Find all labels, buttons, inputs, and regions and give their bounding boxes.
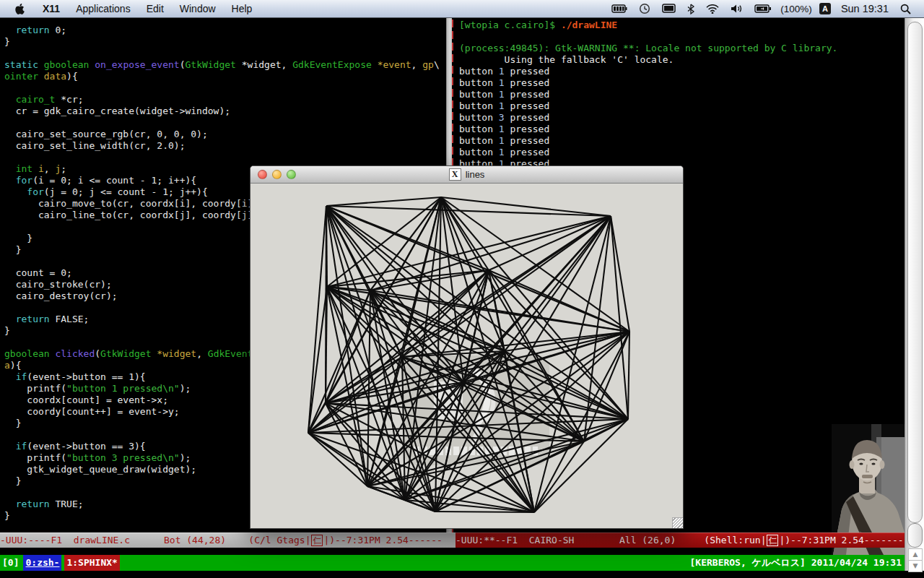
minimize-button[interactable] [272,170,282,179]
screen-status-bar: [0] 0:zsh- 1:SPHINX* [KERBEROS, ケルベロス] 2… [0,555,905,571]
menu-window[interactable]: Window [172,3,224,14]
menu-help[interactable]: Help [224,3,261,14]
text-line: button 1 pressed [459,89,907,100]
menu-items: X11ApplicationsEditWindowHelp [35,3,260,14]
screen-session: [0] [0,555,21,571]
modeline-left-text: -UUU:----F1 drawLINE.c Bot (44,28) (C/l … [0,535,310,545]
display-icon[interactable] [656,4,681,14]
menu-bar: X11ApplicationsEditWindowHelp [0,0,924,18]
modeline-right-text2: |)--7:31PM 2.54------- [779,535,903,545]
modeline-inactive: -UUU:----F1 drawLINE.c Bot (44,28) (C/l … [0,532,456,548]
modeline-left-text2: |)--7:31PM 2.54------ [323,535,442,545]
scrollbar-knob[interactable] [907,523,923,548]
text-line: return 0; [4,25,450,36]
text-line: button 1 pressed [459,147,907,158]
text-line: button 3 pressed [459,112,907,124]
battery-percent: (100%) [777,4,815,14]
desktop: X11ApplicationsEditWindowHelp [0,0,924,578]
text-line: cairo_set_source_rgb(cr, 0, 0, 0); [4,129,450,140]
lines-canvas[interactable] [250,184,683,528]
window-title: lines [466,169,485,180]
input-source-badge[interactable]: A [819,3,831,14]
text-line: ointer data){ [4,71,450,82]
volume-icon[interactable] [725,4,749,14]
menu-applications[interactable]: Applications [68,3,139,14]
text-line: button 1 pressed [459,77,907,89]
scroll-up-button[interactable]: ▲ [908,548,923,561]
time-machine-icon[interactable] [633,3,656,14]
menu-status-area: (100%) A Sun 19:31 [606,3,924,14]
text-line: button 1 pressed [459,135,907,147]
scrollbar[interactable]: ▲ ▼ [905,17,924,571]
modeline-left-mule: 仁 [311,535,323,546]
menu-edit[interactable]: Edit [139,3,172,14]
close-button[interactable] [258,170,267,179]
text-line: Using the fallback 'C' locale. [459,54,907,66]
modeline-right-text: -UUU:**--F1 CAIRO-SH All (26,0) (Shell:r… [456,535,766,545]
scroll-down-button[interactable]: ▼ [908,560,923,572]
text-line: (process:49845): Gtk-WARNING **: Locale … [459,43,907,54]
screen-window-zsh[interactable]: 0:zsh- [23,555,61,571]
spotlight-icon[interactable] [894,4,917,14]
screen-window-sphinx[interactable]: 1:SPHINX* [64,555,119,571]
lines-titlebar[interactable]: X lines [250,166,683,184]
modeline-active: -UUU:**--F1 CAIRO-SH All (26,0) (Shell:r… [456,532,905,548]
screen-hostname-clock: [KERBEROS, ケルベロス] 2011/04/24 19:31 [690,555,905,571]
text-line: static gboolean on_expose_event(GtkWidge… [4,59,450,71]
window-controls [258,170,296,179]
lines-drawing [250,184,683,528]
text-line: cairo_t *cr; [4,94,450,105]
text-line: button 1 pressed [459,66,907,77]
keyboard-battery-icon[interactable] [606,4,633,13]
lines-window[interactable]: X lines [250,165,684,529]
zoom-button[interactable] [287,170,296,179]
text-line [459,31,907,43]
text-line: cr = gdk_cairo_create(widget->window); [4,105,450,117]
text-line [4,82,450,94]
bluetooth-icon[interactable] [681,4,700,14]
text-line [4,152,450,163]
apple-menu-icon[interactable] [10,3,35,14]
text-line: [wtopia c.cairo]$ ./drawLINE [459,20,907,31]
menu-left: X11ApplicationsEditWindowHelp [0,3,260,14]
wifi-icon[interactable] [700,4,725,14]
scrollbar-thumb[interactable] [907,22,923,523]
text-line [4,48,450,59]
menu-x11[interactable]: X11 [35,3,68,14]
text-line: button 1 pressed [459,100,907,112]
battery-charging-icon[interactable] [749,4,777,13]
menu-clock[interactable]: Sun 19:31 [835,3,894,14]
text-line: cairo_set_line_width(cr, 2.0); [4,140,450,152]
modeline-right-mule: 仁 [767,535,778,546]
text-line [4,117,450,129]
resize-grip[interactable] [672,517,683,528]
x11-app-icon: X [449,168,461,181]
text-line: button 1 pressed [459,124,907,135]
text-line: } [4,36,450,48]
